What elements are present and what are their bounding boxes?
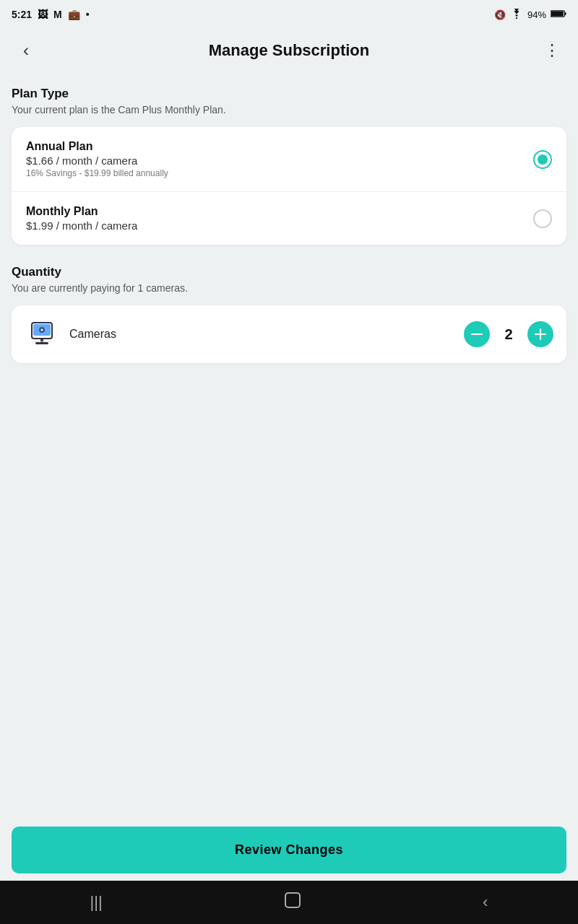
svg-rect-3: [564, 12, 566, 14]
more-button[interactable]: ⋮: [538, 36, 566, 65]
recents-nav-button[interactable]: |||: [69, 886, 124, 919]
home-nav-button[interactable]: [261, 883, 324, 922]
annual-plan-savings: 16% Savings - $19.99 billed annually: [26, 168, 168, 178]
annual-plan-radio[interactable]: [533, 150, 552, 169]
bottom-bar: Review Changes: [0, 819, 578, 881]
stepper-controls: 2: [464, 321, 553, 347]
camera-count: 2: [501, 326, 516, 343]
svg-rect-13: [535, 334, 546, 335]
page-title: Manage Subscription: [40, 41, 538, 60]
briefcase-icon: 💼: [68, 9, 80, 20]
plan-type-title: Plan Type: [12, 87, 566, 101]
svg-rect-11: [471, 334, 483, 335]
annual-plan-price: $1.66 / month / camera: [26, 154, 168, 167]
monthly-plan-radio[interactable]: [533, 209, 552, 228]
battery-icon: [551, 9, 566, 20]
status-right: 🔇 94%: [494, 9, 566, 21]
back-nav-button[interactable]: ‹: [461, 886, 509, 919]
status-bar: 5:21 🖼 M 💼 • 🔇 94%: [0, 0, 578, 29]
camera-icon-wrap: [25, 317, 59, 352]
recents-icon: |||: [90, 893, 103, 912]
back-nav-icon: ‹: [483, 893, 488, 912]
status-time: 5:21: [12, 9, 32, 20]
monthly-plan-option[interactable]: Monthly Plan $1.99 / month / camera: [12, 191, 566, 245]
mute-icon: 🔇: [494, 9, 506, 20]
annual-plan-info: Annual Plan $1.66 / month / camera 16% S…: [26, 140, 168, 178]
home-icon: [282, 890, 303, 915]
quantity-desc: You are currently paying for 1 cameras.: [12, 282, 566, 294]
svg-rect-2: [551, 11, 564, 16]
camera-stepper-card: Cameras 2: [12, 305, 566, 363]
camera-label: Cameras: [69, 328, 116, 341]
back-button[interactable]: ‹: [12, 36, 40, 65]
monthly-plan-price: $1.99 / month / camera: [26, 219, 137, 232]
monthly-plan-name: Monthly Plan: [26, 205, 137, 218]
svg-point-0: [516, 17, 517, 18]
content-area: Plan Type Your current plan is the Cam P…: [0, 72, 578, 924]
image-icon: 🖼: [38, 9, 48, 20]
nav-bar: ||| ‹: [0, 881, 578, 924]
review-changes-button[interactable]: Review Changes: [12, 827, 566, 873]
annual-plan-name: Annual Plan: [26, 140, 168, 153]
plan-type-desc: Your current plan is the Cam Plus Monthl…: [12, 104, 566, 116]
increment-button[interactable]: [527, 321, 553, 347]
annual-plan-option[interactable]: Annual Plan $1.66 / month / camera 16% S…: [12, 127, 566, 191]
quantity-section: Quantity You are currently paying for 1 …: [12, 265, 566, 363]
svg-rect-9: [35, 342, 48, 344]
svg-rect-14: [285, 893, 300, 907]
wifi-icon: [510, 9, 523, 21]
svg-point-7: [41, 329, 43, 331]
battery-text: 94%: [527, 9, 546, 20]
decrement-button[interactable]: [464, 321, 490, 347]
app-bar: ‹ Manage Subscription ⋮: [0, 29, 578, 72]
camera-icon: [26, 318, 58, 350]
monthly-plan-info: Monthly Plan $1.99 / month / camera: [26, 205, 137, 232]
status-left: 5:21 🖼 M 💼 •: [12, 9, 90, 20]
annual-plan-radio-inner: [538, 154, 548, 165]
quantity-title: Quantity: [12, 265, 566, 279]
mail-icon: M: [53, 9, 62, 20]
plan-card: Annual Plan $1.66 / month / camera 16% S…: [12, 127, 566, 245]
dot-icon: •: [86, 9, 90, 20]
camera-info: Cameras: [25, 317, 116, 352]
